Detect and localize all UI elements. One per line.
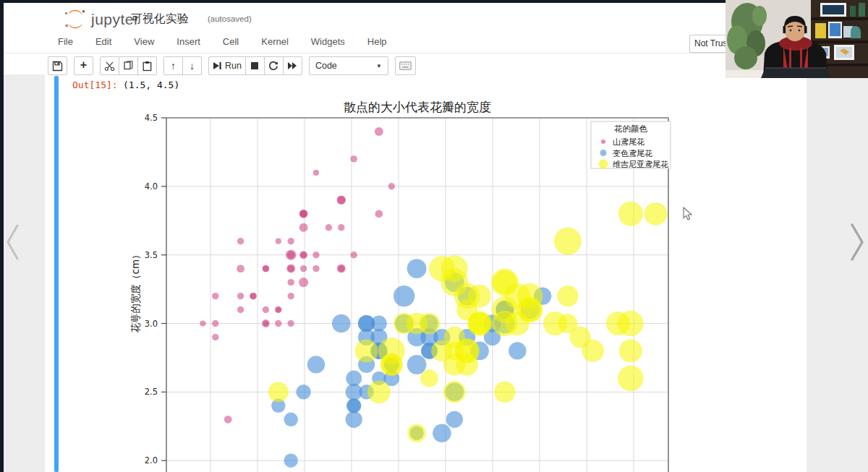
notebook-toolbar: +	[48, 56, 422, 75]
legend-label: 维吉尼亚鸢尾花	[613, 160, 668, 169]
arrow-up-icon: ↑	[171, 60, 176, 72]
autosave-status: (autosaved)	[208, 14, 252, 23]
menu-item-edit[interactable]: Edit	[94, 33, 113, 50]
run-label: Run	[225, 61, 242, 71]
command-palette-button[interactable]	[395, 56, 416, 75]
fast-forward-icon	[287, 61, 297, 70]
arrow-down-icon: ↓	[190, 60, 195, 72]
output-prompt: Out[15]:	[72, 80, 118, 90]
keyboard-icon	[399, 61, 412, 70]
selected-cell-indicator[interactable]	[54, 76, 59, 472]
chart-title: 散点的大小代表花瓣的宽度	[344, 100, 491, 114]
trust-status-button[interactable]: Not Trust	[689, 35, 726, 53]
jupyter-logo[interactable]: jupyter	[64, 9, 140, 30]
webcam-overlay	[726, 0, 868, 78]
next-slide-button[interactable]	[846, 220, 867, 265]
notebook-title[interactable]: 可视化实验	[131, 12, 189, 27]
scatter-plot: 4.54.03.53.02.52.0散点的大小代表花瓣的宽度花萼的宽度（cm）花…	[107, 98, 686, 472]
legend-title: 花的颜色	[614, 124, 648, 134]
legend-label: 山鸢尾花	[613, 137, 644, 147]
menu-bar: FileEditViewInsertCellKernelWidgetsHelp	[56, 33, 388, 50]
y-tick-label: 2.0	[145, 455, 158, 465]
y-tick-label: 4.5	[145, 113, 158, 123]
menu-item-kernel[interactable]: Kernel	[260, 33, 290, 50]
y-tick-label: 4.0	[145, 181, 158, 192]
insert-cell-button[interactable]: +	[74, 56, 93, 75]
copy-cell-button[interactable]	[119, 56, 138, 75]
stop-icon	[250, 61, 259, 70]
restart-icon	[268, 61, 278, 71]
step-forward-icon	[213, 61, 222, 70]
scissors-icon	[104, 61, 115, 72]
series-2	[268, 202, 668, 442]
menu-item-widgets[interactable]: Widgets	[310, 33, 346, 50]
series-0	[200, 127, 395, 424]
plus-icon: +	[80, 59, 87, 72]
chevron-right-icon	[852, 225, 862, 259]
move-cell-down-button[interactable]: ↓	[182, 56, 202, 75]
copy-icon	[123, 61, 134, 72]
save-icon	[52, 61, 63, 72]
scatter-plot-output: 4.54.03.53.02.52.0散点的大小代表花瓣的宽度花萼的宽度（cm）花…	[107, 98, 686, 472]
output-value: (1.5, 4.5)	[123, 80, 179, 90]
mouse-cursor	[683, 207, 693, 221]
y-tick-label: 3.0	[145, 319, 158, 329]
chevron-left-icon	[8, 226, 17, 259]
menu-item-cell[interactable]: Cell	[221, 33, 240, 50]
cell-type-dropdown[interactable]: Code ▼	[309, 56, 388, 75]
legend-label: 变色鸢尾花	[613, 149, 652, 158]
chevron-down-icon: ▼	[376, 63, 382, 69]
paste-cell-button[interactable]	[137, 56, 157, 75]
interrupt-kernel-button[interactable]	[245, 56, 265, 75]
run-cell-button[interactable]: Run	[208, 56, 246, 75]
video-frame-left	[0, 0, 4, 472]
screen: jupyter 可视化实验 (autosaved) FileEditViewIn…	[0, 0, 868, 472]
y-axis-label: 花萼的宽度（cm）	[129, 249, 141, 332]
menu-item-file[interactable]: File	[56, 33, 75, 50]
laptop	[761, 68, 831, 78]
legend: 花的颜色山鸢尾花变色鸢尾花维吉尼亚鸢尾花	[591, 121, 671, 169]
menu-item-view[interactable]: View	[132, 33, 156, 50]
previous-slide-button[interactable]	[3, 221, 22, 263]
menu-item-insert[interactable]: Insert	[175, 33, 202, 50]
move-cell-up-button[interactable]: ↑	[163, 56, 183, 75]
jupyter-logo-icon	[64, 9, 87, 30]
restart-kernel-button[interactable]	[264, 56, 284, 75]
menu-item-help[interactable]: Help	[366, 33, 388, 50]
save-button[interactable]	[48, 56, 67, 75]
restart-run-all-button[interactable]	[283, 56, 302, 75]
y-tick-label: 3.5	[145, 250, 158, 260]
y-tick-label: 2.5	[145, 387, 158, 397]
cut-cell-button[interactable]	[100, 56, 119, 75]
cell-type-value: Code	[315, 61, 337, 71]
paste-icon	[142, 61, 153, 72]
